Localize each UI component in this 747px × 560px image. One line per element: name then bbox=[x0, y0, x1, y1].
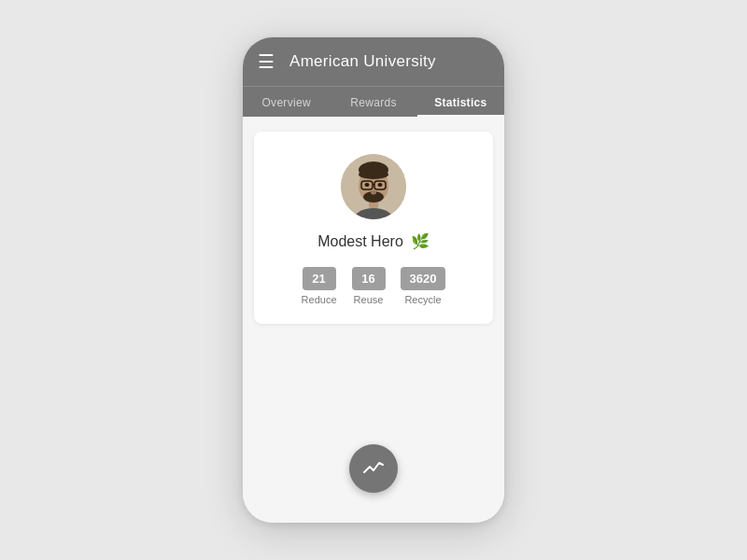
header: ☰ American University bbox=[243, 37, 504, 86]
tab-statistics[interactable]: Statistics bbox=[417, 87, 504, 117]
fab-button[interactable] bbox=[349, 444, 398, 493]
avatar bbox=[341, 154, 406, 219]
user-name: Modest Hero bbox=[317, 233, 403, 250]
tab-overview[interactable]: Overview bbox=[243, 87, 330, 117]
header-title: American University bbox=[289, 52, 436, 71]
svg-point-7 bbox=[365, 183, 370, 187]
main-content: Modest Hero 🌿 21 Reduce 16 Reuse 3620 Re… bbox=[243, 117, 504, 523]
recycle-label: Recycle bbox=[404, 294, 441, 305]
tabs-bar: Overview Rewards Statistics bbox=[243, 86, 504, 117]
tab-rewards[interactable]: Rewards bbox=[330, 87, 416, 117]
reuse-label: Reuse bbox=[354, 294, 384, 305]
user-name-row: Modest Hero 🌿 bbox=[317, 232, 430, 250]
trend-icon bbox=[363, 459, 384, 479]
reduce-badge: 21 bbox=[303, 267, 336, 290]
profile-card: Modest Hero 🌿 21 Reduce 16 Reuse 3620 Re… bbox=[254, 132, 493, 324]
stat-reuse: 16 Reuse bbox=[352, 267, 386, 305]
hamburger-icon[interactable]: ☰ bbox=[258, 52, 275, 71]
svg-point-12 bbox=[371, 190, 376, 195]
stats-row: 21 Reduce 16 Reuse 3620 Recycle bbox=[302, 267, 446, 305]
svg-point-8 bbox=[378, 183, 383, 187]
phone-frame: ☰ American University Overview Rewards S… bbox=[243, 37, 504, 523]
svg-point-5 bbox=[359, 170, 388, 179]
stat-recycle: 3620 Recycle bbox=[401, 267, 446, 305]
stat-reduce: 21 Reduce bbox=[302, 267, 337, 305]
recycle-badge: 3620 bbox=[401, 267, 446, 290]
reuse-badge: 16 bbox=[352, 267, 386, 290]
reduce-label: Reduce bbox=[302, 294, 337, 305]
leaf-icon: 🌿 bbox=[411, 232, 430, 250]
